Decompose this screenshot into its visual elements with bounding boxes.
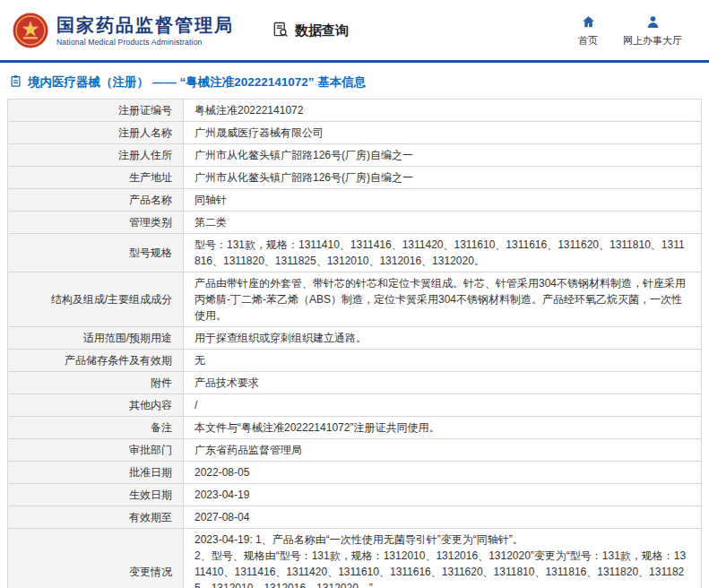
table-row: 备注本文件与“粤械注准20222141072”注册证共同使用。 xyxy=(8,417,702,439)
row-value: 广东省药品监督管理局 xyxy=(184,439,702,462)
nav-service-hall[interactable]: 网上办事大厅 xyxy=(623,14,682,48)
top-nav: 首页 网上办事大厅 xyxy=(578,14,696,48)
row-label: 产品储存条件及有效期 xyxy=(8,350,184,372)
row-label: 审批部门 xyxy=(8,439,184,462)
page-title-text: 境内医疗器械（注册） —— “粤械注准20222141072” 基本信息 xyxy=(28,74,366,91)
agency-name-en: National Medical Products Administration xyxy=(56,38,234,47)
nav-home-label: 首页 xyxy=(578,34,598,48)
table-row: 适用范围/预期用途用于探查组织或穿刺组织建立通路。 xyxy=(8,327,702,350)
row-label: 注册人名称 xyxy=(8,122,184,144)
document-icon xyxy=(9,74,22,91)
row-value: 广州市从化鳌头镇广韶路126号(厂房)自编之一 xyxy=(184,144,702,167)
data-query-label: 数据查询 xyxy=(295,22,349,39)
table-row: 批准日期2022-08-05 xyxy=(8,462,702,484)
page: 国家药品监督管理局 National Medical Products Admi… xyxy=(0,0,709,588)
nav-service-hall-label: 网上办事大厅 xyxy=(623,34,682,48)
table-row: 变更情况2023-04-19: 1、产品名称由“一次性使用无菌导引针”变更为“同… xyxy=(8,529,702,588)
row-label: 变更情况 xyxy=(8,529,184,588)
table-row: 生产地址广州市从化鳌头镇广韶路126号(厂房)自编之一 xyxy=(8,167,702,189)
row-label: 注册证编号 xyxy=(8,99,184,122)
national-emblem-logo xyxy=(13,13,48,48)
table-row: 注册人名称广州晟威医疗器械有限公司 xyxy=(8,122,702,144)
row-value: 广州晟威医疗器械有限公司 xyxy=(184,122,702,144)
table-row: 注册人住所广州市从化鳌头镇广韶路126号(厂房)自编之一 xyxy=(8,144,702,167)
page-title: 境内医疗器械（注册） —— “粤械注准20222141072” 基本信息 xyxy=(0,63,709,99)
row-value: 型号：131款，规格：1311410、1311416、1311420、13116… xyxy=(184,234,702,272)
row-value: 粤械注准20222141072 xyxy=(184,99,702,122)
row-value: 无 xyxy=(184,350,702,372)
nav-data-query[interactable]: 数据查询 xyxy=(272,21,349,41)
table-row: 结构及组成/主要组成成分产品由带针座的外套管、带针芯的针芯和定位卡簧组成。针芯、… xyxy=(8,272,702,327)
row-value: 产品由带针座的外套管、带针芯的针芯和定位卡簧组成。针芯、针管采用304不锈钢材料… xyxy=(184,272,702,327)
row-label: 生产地址 xyxy=(8,167,184,189)
table-row: 审批部门广东省药品监督管理局 xyxy=(8,439,702,462)
row-label: 附件 xyxy=(8,372,184,394)
brand-text: 国家药品监督管理局 National Medical Products Admi… xyxy=(56,14,234,47)
row-value: 广州市从化鳌头镇广韶路126号(厂房)自编之一 xyxy=(184,167,702,189)
table-row: 管理类别第二类 xyxy=(8,212,702,234)
table-row: 产品储存条件及有效期无 xyxy=(8,350,702,372)
row-value: 同轴针 xyxy=(184,189,702,212)
row-value: 用于探查组织或穿刺组织建立通路。 xyxy=(184,327,702,350)
brand-logo-block[interactable]: 国家药品监督管理局 National Medical Products Admi… xyxy=(13,13,234,48)
nav-home[interactable]: 首页 xyxy=(578,14,598,48)
row-label: 管理类别 xyxy=(8,212,184,234)
row-label: 适用范围/预期用途 xyxy=(8,327,184,350)
site-header: 国家药品监督管理局 National Medical Products Admi… xyxy=(0,0,709,60)
row-value: 产品技术要求 xyxy=(184,372,702,394)
table-row: 有效期至2027-08-04 xyxy=(8,506,702,529)
table-row: 注册证编号粤械注准20222141072 xyxy=(8,99,702,122)
row-label: 其他内容 xyxy=(8,394,184,417)
row-value: 2023-04-19: 1、产品名称由“一次性使用无菌导引针”变更为“同轴针”。… xyxy=(184,529,702,588)
row-label: 注册人住所 xyxy=(8,144,184,167)
agency-name: 国家药品监督管理局 xyxy=(56,14,234,36)
row-value: 2027-08-04 xyxy=(184,506,702,529)
row-label: 型号规格 xyxy=(8,234,184,272)
table-row: 产品名称同轴针 xyxy=(8,189,702,212)
row-label: 生效日期 xyxy=(8,484,184,506)
row-value: 2023-04-19 xyxy=(184,484,702,506)
row-label: 批准日期 xyxy=(8,462,184,484)
row-label: 结构及组成/主要组成成分 xyxy=(8,272,184,327)
table-row: 附件产品技术要求 xyxy=(8,372,702,394)
row-value: 2022-08-05 xyxy=(184,462,702,484)
home-icon xyxy=(581,14,596,31)
table-row: 其他内容/ xyxy=(8,394,702,417)
row-value: 本文件与“粤械注准20222141072”注册证共同使用。 xyxy=(184,417,702,439)
row-value: / xyxy=(184,394,702,417)
table-row: 生效日期2023-04-19 xyxy=(8,484,702,506)
table-row: 型号规格型号：131款，规格：1311410、1311416、1311420、1… xyxy=(8,234,702,272)
row-label: 产品名称 xyxy=(8,189,184,212)
person-icon xyxy=(645,14,661,31)
info-table: 注册证编号粤械注准20222141072注册人名称广州晟威医疗器械有限公司注册人… xyxy=(7,99,702,588)
row-label: 备注 xyxy=(8,417,184,439)
data-query-icon xyxy=(272,21,290,41)
row-value: 第二类 xyxy=(184,212,702,234)
row-label: 有效期至 xyxy=(8,506,184,529)
